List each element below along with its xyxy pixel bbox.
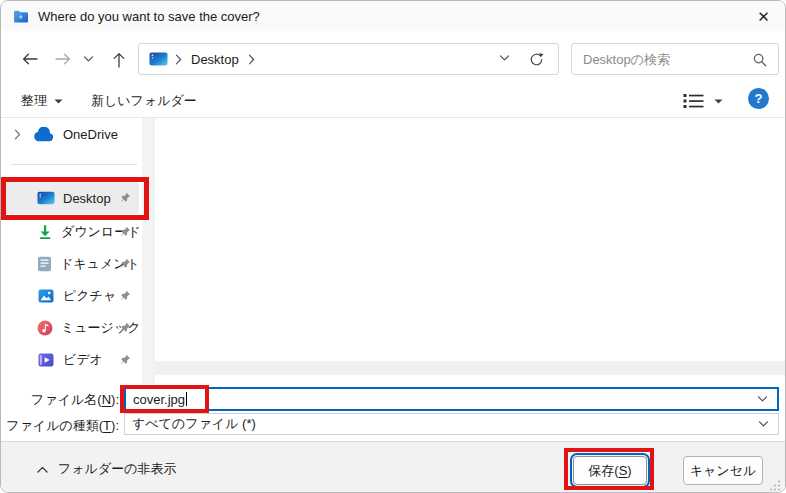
sidebar-item-onedrive[interactable]: OneDrive (1, 121, 142, 147)
filetype-value: すべてのファイル (*) (132, 415, 256, 433)
sidebar-item-documents[interactable]: ドキュメント (4, 248, 139, 280)
search-input[interactable] (572, 44, 778, 74)
caret-down-icon (714, 99, 723, 104)
sidebar-item-label: Desktop (63, 191, 111, 206)
onedrive-cloud-icon (32, 127, 55, 142)
title-bar: Where do you want to save the cover? ✕ (1, 1, 785, 31)
footer-bar: フォルダーの非表示 保存(S) キャンセル (1, 441, 785, 493)
sidebar-item-label: ビデオ (63, 351, 103, 369)
caret-down-icon (54, 99, 63, 104)
pin-icon (120, 258, 131, 269)
cancel-button[interactable]: キャンセル (683, 456, 763, 485)
filename-input[interactable]: cover.jpg (124, 387, 779, 411)
music-icon (37, 320, 53, 336)
sidebar-item-downloads[interactable]: ダウンロード (4, 216, 139, 248)
sidebar-item-pictures[interactable]: ピクチャ (4, 280, 139, 312)
recent-locations-button[interactable] (77, 45, 99, 73)
new-folder-button[interactable]: 新しいフォルダー (85, 87, 203, 115)
file-list-view[interactable] (155, 118, 786, 361)
new-folder-label: 新しいフォルダー (91, 92, 197, 110)
chevron-down-icon (499, 54, 510, 62)
navigation-pane: OneDrive Desktop ダウンロード ドキュメン (1, 118, 142, 384)
downloads-icon (37, 224, 53, 240)
command-bar: 整理 新しいフォルダー ? (1, 85, 785, 117)
sidebar-item-desktop[interactable]: Desktop (4, 182, 139, 214)
dialog-folder-icon (13, 10, 29, 23)
forward-arrow-icon (55, 51, 72, 67)
chevron-down-icon (83, 55, 94, 63)
pin-icon (120, 226, 131, 237)
pin-icon (120, 322, 131, 333)
views-dropdown-button[interactable] (714, 99, 723, 104)
address-bar[interactable]: Desktop (138, 43, 559, 75)
documents-icon (37, 256, 52, 272)
pin-icon (120, 192, 131, 203)
text-cursor (186, 392, 187, 406)
refresh-button[interactable] (529, 52, 544, 67)
videos-icon (37, 353, 55, 367)
navigation-row: Desktop (1, 41, 785, 77)
chevron-down-icon[interactable] (758, 420, 769, 428)
resize-grip[interactable] (768, 478, 782, 492)
sidebar-item-videos[interactable]: ビデオ (4, 344, 139, 376)
forward-button[interactable] (49, 45, 77, 73)
sidebar-item-label: ピクチャ (63, 287, 116, 305)
back-arrow-icon (21, 51, 38, 67)
pin-icon (120, 290, 131, 301)
onedrive-label: OneDrive (63, 127, 118, 142)
back-button[interactable] (15, 45, 43, 73)
up-button[interactable] (105, 45, 133, 73)
search-box[interactable] (571, 43, 779, 75)
sidebar-item-music[interactable]: ミュージック (4, 312, 139, 344)
dialog-title: Where do you want to save the cover? (38, 9, 260, 24)
refresh-icon (529, 52, 544, 67)
address-dropdown-button[interactable] (499, 54, 510, 62)
close-button[interactable]: ✕ (755, 8, 772, 25)
desktop-icon (37, 191, 55, 205)
up-arrow-icon (111, 51, 127, 68)
filetype-select[interactable]: すべてのファイル (*) (124, 413, 779, 435)
save-button[interactable]: 保存(S) (573, 456, 647, 485)
breadcrumb-desktop-icon (149, 52, 168, 66)
help-button[interactable]: ? (748, 88, 769, 109)
breadcrumb-chevron-icon[interactable] (248, 54, 255, 65)
filename-label: ファイル名(N): (1, 391, 119, 409)
filetype-label: ファイルの種類(T): (1, 417, 119, 435)
chevron-down-icon[interactable] (757, 395, 768, 403)
hide-folders-label: フォルダーの非表示 (58, 460, 177, 478)
save-as-dialog: Where do you want to save the cover? ✕ D… (0, 0, 786, 493)
filename-value: cover.jpg (133, 392, 185, 407)
search-icon[interactable] (753, 53, 767, 67)
sidebar-divider (11, 164, 137, 165)
breadcrumb-item-desktop[interactable]: Desktop (189, 50, 241, 69)
pane-splitter[interactable] (142, 118, 155, 384)
organize-label: 整理 (21, 92, 47, 110)
chevron-up-icon (37, 466, 48, 473)
breadcrumb-chevron-icon[interactable] (175, 54, 182, 65)
hide-folders-button[interactable]: フォルダーの非表示 (37, 460, 177, 478)
details-view-icon (683, 93, 704, 109)
views-button[interactable] (683, 93, 704, 109)
organize-button[interactable]: 整理 (15, 87, 69, 115)
pin-icon (120, 354, 131, 365)
horizontal-scrollbar[interactable] (155, 361, 786, 375)
pictures-icon (37, 289, 55, 303)
expand-chevron-icon[interactable] (14, 129, 21, 140)
help-icon: ? (755, 91, 763, 106)
